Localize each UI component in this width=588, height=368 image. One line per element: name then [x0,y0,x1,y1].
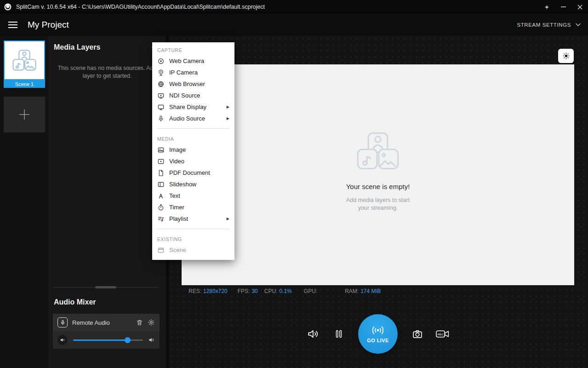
menu-divider [157,128,229,129]
menu-item-label: Text [169,192,180,199]
submenu-arrow-icon: ▶ [227,105,229,109]
menu-item-label: Playlist [169,215,188,222]
empty-scene-placeholder: Your scene is empty! Add media layers to… [182,131,574,212]
add-scene-button[interactable] [4,97,45,132]
menu-item-share-display[interactable]: Share Display ▶ [152,101,234,113]
stat-label: GPU: [304,288,317,294]
menu-item-video[interactable]: Video [152,155,234,167]
stat-label: RES: [188,288,201,294]
menu-item-web-camera[interactable]: Web Camera [152,55,234,67]
go-live-button[interactable]: GO LIVE [358,314,398,354]
window-title: SplitCam v. 10.6.54 x64 - C:\Users\WDAGU… [16,4,265,10]
empty-scene-subtitle: Add media layers to start your streaming… [346,196,410,212]
slideshow-icon [157,181,165,188]
speaker-muted-icon [60,337,65,343]
menu-hamburger-icon[interactable] [8,22,17,28]
delete-channel-button[interactable] [136,319,143,326]
scene-icon [157,247,165,254]
speaker-icon [306,328,319,340]
menu-item-ip-camera[interactable]: IP Camera [152,67,234,78]
scenes-sidebar: Scene 1 [0,36,48,368]
ip-camera-icon [157,69,165,76]
menu-item-image[interactable]: Image [152,144,234,155]
master-volume-button[interactable] [306,328,319,340]
snapshot-button[interactable] [411,328,424,340]
empty-layers-message: This scene has no media sources. Add lay… [48,64,166,80]
stream-settings-dropdown[interactable]: STREAM SETTINGS [517,22,581,28]
menu-item-label: Web Camera [169,58,204,64]
empty-layers-line1: This scene has no media sources. Add [55,64,160,72]
menu-item-text[interactable]: Text [152,190,234,201]
playlist-icon [157,215,165,223]
empty-scene-title: Your scene is empty! [346,183,410,190]
brightness-button[interactable] [558,49,574,63]
menu-item-label: NDI Source [169,92,200,99]
audio-channel-name: Remote Audio [72,319,131,326]
panel-resizer[interactable] [53,287,159,288]
menu-item-label: Web Browser [169,80,205,87]
menu-item-audio-source[interactable]: Audio Source ▶ [152,113,234,124]
media-layers-header: Media Layers [48,36,166,52]
stat-gpu: GPU: [304,288,319,294]
stat-ram: RAM: 174 MiB [345,288,381,294]
text-icon [157,192,165,200]
resizer-grip[interactable] [95,286,116,288]
media-layers-icon [11,49,37,72]
speaker-max-icon [148,337,155,343]
close-button[interactable] [571,0,588,14]
sparkle-button[interactable] [538,0,555,14]
menu-item-pdf-document[interactable]: PDF Document [152,167,234,178]
media-layers-icon [355,131,401,172]
menu-item-label: Timer [169,204,184,211]
media-layers-panel: Media Layers This scene has no media sou… [48,36,166,368]
sun-icon [562,52,570,60]
record-button[interactable]: REC [436,329,450,339]
header: My Project STREAM SETTINGS [0,14,588,36]
scene-canvas: Your scene is empty! Add media layers to… [182,64,574,285]
menu-item-label: Scene [169,247,186,253]
volume-slider-knob[interactable] [125,337,131,343]
menu-item-timer[interactable]: Timer [152,201,234,213]
menu-item-ndi-source[interactable]: NDI Source [152,90,234,101]
timer-icon [157,204,165,211]
stat-value: 30 [251,288,257,294]
stat-label: RAM: [345,288,359,294]
go-live-label: GO LIVE [367,338,388,343]
menu-section-capture: CAPTURE [152,44,234,55]
sparkle-icon [544,4,550,10]
rec-label: REC [438,333,444,336]
stat-label: FPS: [238,288,250,294]
splitcam-logo-icon [4,3,12,11]
scene-thumbnail[interactable]: Scene 1 [4,40,45,88]
empty-scene-subtitle-line1: Add media layers to start [346,196,410,204]
audio-channel-row: Remote Audio [53,314,160,331]
menu-item-slideshow[interactable]: Slideshow [152,178,234,190]
submenu-arrow-icon: ▶ [227,116,229,121]
menu-item-web-browser[interactable]: Web Browser [152,78,234,90]
stat-cpu: CPU: 0.1% [264,288,292,294]
menu-item-scene[interactable]: Scene [152,244,234,256]
video-icon [157,158,165,165]
broadcast-icon [371,325,385,335]
display-icon [157,104,165,111]
add-layer-menu: CAPTURE Web Camera IP Camera Web Browser [152,42,234,260]
mute-button[interactable] [57,335,68,345]
microphone-source-icon [57,317,68,328]
volume-row [53,331,160,349]
menu-item-label: Share Display [169,104,206,110]
minimize-button[interactable] [555,0,571,14]
menu-item-playlist[interactable]: Playlist ▶ [152,213,234,224]
minimize-icon [561,6,566,7]
titlebar: SplitCam v. 10.6.54 x64 - C:\Users\WDAGU… [0,0,588,14]
page-title: My Project [28,20,69,30]
stat-value: 0.1% [279,288,291,294]
splitcam-window: SplitCam v. 10.6.54 x64 - C:\Users\WDAGU… [0,0,588,368]
audio-mixer-title: Audio Mixer [54,298,96,306]
volume-slider[interactable] [73,339,143,341]
stream-settings-label: STREAM SETTINGS [517,22,571,28]
menu-item-label: Video [169,158,184,165]
channel-settings-button[interactable] [148,319,155,326]
menu-item-label: Slideshow [169,181,196,188]
pause-button[interactable] [333,328,344,339]
stat-value: 1280x720 [203,288,228,294]
